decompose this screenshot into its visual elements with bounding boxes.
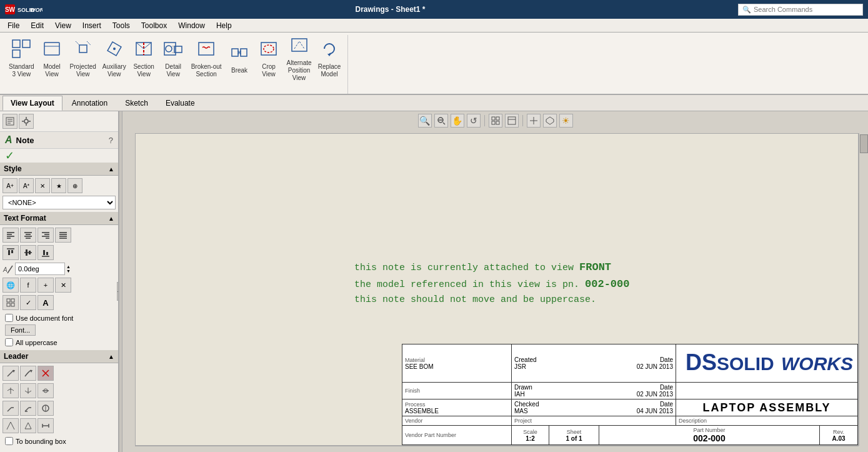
align-center-button[interactable] bbox=[20, 228, 36, 243]
add-column-button[interactable]: + bbox=[37, 278, 54, 293]
angle-up-icon[interactable]: ▲ bbox=[66, 264, 71, 269]
all-uppercase-checkbox[interactable] bbox=[5, 338, 13, 346]
leader-anchor-1[interactable] bbox=[2, 383, 19, 398]
confirm-checkmark[interactable]: ✓ bbox=[0, 149, 118, 163]
toolbar-separator-1 bbox=[484, 115, 485, 126]
tab-annotation[interactable]: Annotation bbox=[64, 96, 116, 110]
view3d-icon[interactable] bbox=[543, 114, 557, 128]
fit-screen-icon[interactable] bbox=[527, 114, 541, 128]
all-uppercase-row: All uppercase bbox=[2, 337, 116, 348]
style-btn-4[interactable]: ★ bbox=[51, 178, 66, 193]
search-commands-input[interactable] bbox=[754, 6, 847, 13]
tab-view-layout[interactable]: View Layout bbox=[2, 96, 62, 111]
angle-spinner[interactable]: ▲ ▼ bbox=[66, 264, 71, 273]
leader-anchor-3[interactable] bbox=[37, 383, 54, 398]
leader-type-3[interactable] bbox=[37, 401, 54, 416]
projectedview-button[interactable]: ProjectedView bbox=[67, 36, 99, 80]
align-right-button[interactable] bbox=[37, 228, 54, 243]
text-button[interactable]: A bbox=[37, 295, 54, 310]
sun-icon[interactable]: ☀ bbox=[559, 114, 573, 128]
style-dropdown[interactable]: <NONE> bbox=[2, 196, 116, 209]
menu-view[interactable]: View bbox=[50, 20, 76, 31]
leader-btn-4b[interactable] bbox=[20, 418, 36, 433]
style-btn-3[interactable]: ✕ bbox=[35, 178, 50, 193]
leader-btn-4a[interactable] bbox=[2, 418, 19, 433]
insert-symbol-button[interactable]: 🌐 bbox=[2, 278, 19, 293]
search-icon: 🔍 bbox=[742, 6, 751, 14]
date-label-3: Date bbox=[660, 401, 673, 408]
panel-collapse-button[interactable]: ◀ bbox=[117, 282, 119, 301]
svg-rect-58 bbox=[29, 251, 31, 254]
align-left-button[interactable] bbox=[2, 228, 19, 243]
tab-sketch[interactable]: Sketch bbox=[117, 96, 156, 110]
pan-icon[interactable]: ✋ bbox=[451, 114, 464, 128]
to-bounding-box-checkbox[interactable] bbox=[5, 437, 13, 445]
remove-column-button[interactable]: ✕ bbox=[55, 278, 71, 293]
menu-file[interactable]: File bbox=[2, 20, 24, 31]
svg-line-63 bbox=[7, 266, 12, 273]
use-doc-font-checkbox[interactable] bbox=[5, 314, 13, 322]
menu-edit[interactable]: Edit bbox=[26, 20, 49, 31]
replacemodel-button[interactable]: ReplaceModel bbox=[316, 36, 344, 80]
sectionview-button[interactable]: SectionView bbox=[130, 36, 158, 80]
zoom-out-icon[interactable] bbox=[434, 114, 448, 128]
svg-rect-93 bbox=[496, 117, 499, 120]
tab-evaluate[interactable]: Evaluate bbox=[157, 96, 203, 110]
text-format-button[interactable]: f bbox=[20, 278, 36, 293]
menu-help[interactable]: Help bbox=[211, 20, 237, 31]
valign-bottom-button[interactable] bbox=[37, 245, 54, 260]
style-btn-5[interactable]: ⊕ bbox=[67, 178, 82, 193]
rotate-icon[interactable]: ↺ bbox=[467, 114, 481, 128]
drawing-canvas[interactable]: 🔍 ✋ ↺ ☀ bbox=[122, 111, 868, 452]
leader-type-1[interactable] bbox=[2, 401, 19, 416]
zoom-in-icon[interactable]: 🔍 bbox=[418, 114, 432, 128]
valign-middle-button[interactable] bbox=[20, 245, 36, 260]
panel-icon-note[interactable] bbox=[2, 114, 17, 129]
description-label: Description bbox=[679, 418, 855, 424]
view-options-icon[interactable] bbox=[505, 114, 519, 128]
check-action-button[interactable]: ✓ bbox=[20, 295, 36, 310]
leader-none-button[interactable] bbox=[37, 366, 54, 381]
leader-btn-4c[interactable] bbox=[37, 418, 54, 433]
style-btn-1[interactable]: A+ bbox=[2, 178, 17, 193]
brokenout-button[interactable]: Broken-outSection bbox=[189, 36, 224, 80]
rev-value: A.03 bbox=[822, 435, 855, 442]
alternatepos-button[interactable]: AlternatePositionView bbox=[284, 36, 314, 80]
grid-view-icon[interactable] bbox=[489, 114, 502, 128]
menu-toolbox[interactable]: Toolbox bbox=[136, 20, 172, 31]
leader-type-2[interactable] bbox=[20, 401, 36, 416]
menu-insert[interactable]: Insert bbox=[77, 20, 106, 31]
detailview-button[interactable]: DetailView bbox=[159, 36, 187, 80]
drawn-cell: Drawn Date IAH 02 JUN 2013 bbox=[512, 383, 676, 399]
standard3view-button[interactable]: Standard3 View bbox=[6, 36, 37, 80]
grid-button[interactable] bbox=[2, 295, 19, 310]
scrollbar-thumb[interactable] bbox=[860, 134, 868, 153]
svg-line-11 bbox=[87, 41, 91, 45]
panel-icon-settings[interactable] bbox=[19, 114, 34, 129]
horizontal-scrollbar[interactable] bbox=[135, 446, 859, 452]
style-btn-2[interactable]: A* bbox=[19, 178, 34, 193]
text-format-header[interactable]: Text Format ▲ bbox=[0, 212, 118, 225]
search-commands-box[interactable]: 🔍 bbox=[738, 4, 863, 16]
vertical-scrollbar[interactable] bbox=[859, 133, 868, 446]
modelview-button[interactable]: ModelView bbox=[38, 36, 66, 80]
svg-rect-23 bbox=[241, 49, 247, 56]
leader-curved-button[interactable] bbox=[20, 366, 36, 381]
leader-anchor-2[interactable] bbox=[20, 383, 36, 398]
help-button[interactable]: ? bbox=[109, 136, 113, 145]
angle-down-icon[interactable]: ▼ bbox=[66, 269, 71, 273]
font-button[interactable]: Font... bbox=[5, 324, 36, 336]
leader-section-header[interactable]: Leader ▲ bbox=[0, 350, 118, 363]
align-justify-button[interactable] bbox=[55, 228, 71, 243]
menu-window[interactable]: Window bbox=[173, 20, 210, 31]
leader-straight-button[interactable] bbox=[2, 366, 19, 381]
angle-input[interactable] bbox=[15, 263, 65, 275]
valign-top-button[interactable] bbox=[2, 245, 19, 260]
break-button[interactable]: Break bbox=[226, 36, 254, 80]
style-label: Style bbox=[4, 164, 22, 173]
auxiliaryview-button[interactable]: AuxiliaryView bbox=[100, 36, 129, 80]
cropview-button[interactable]: CropView bbox=[255, 36, 283, 80]
style-section-header[interactable]: Style ▲ bbox=[0, 163, 118, 176]
menu-tools[interactable]: Tools bbox=[107, 20, 135, 31]
svg-point-32 bbox=[24, 119, 28, 123]
